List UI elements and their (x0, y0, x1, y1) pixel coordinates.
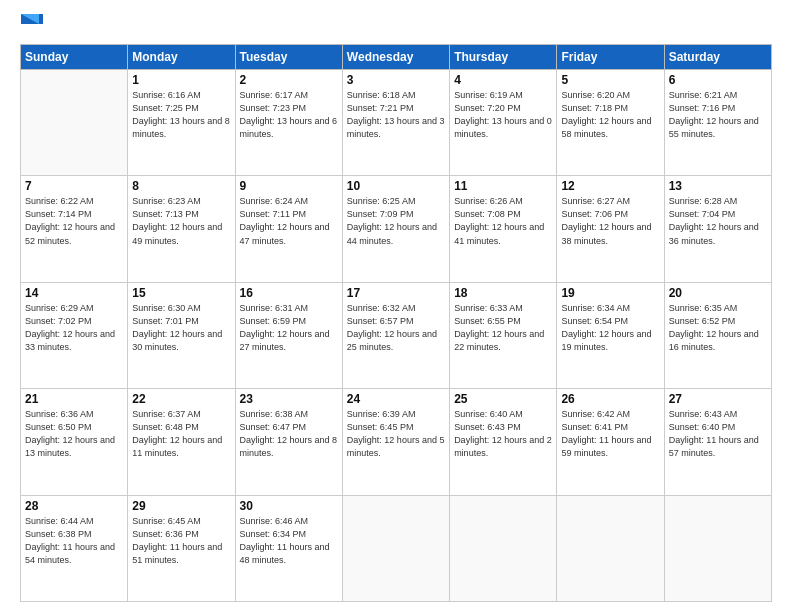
day-info: Sunrise: 6:21 AMSunset: 7:16 PMDaylight:… (669, 89, 767, 141)
day-info: Sunrise: 6:37 AMSunset: 6:48 PMDaylight:… (132, 408, 230, 460)
day-info: Sunrise: 6:27 AMSunset: 7:06 PMDaylight:… (561, 195, 659, 247)
day-info: Sunrise: 6:39 AMSunset: 6:45 PMDaylight:… (347, 408, 445, 460)
calendar-cell: 9Sunrise: 6:24 AMSunset: 7:11 PMDaylight… (235, 176, 342, 282)
weekday-header-saturday: Saturday (664, 45, 771, 70)
day-number: 7 (25, 179, 123, 193)
calendar-cell (664, 495, 771, 601)
calendar-cell: 10Sunrise: 6:25 AMSunset: 7:09 PMDayligh… (342, 176, 449, 282)
calendar-cell: 16Sunrise: 6:31 AMSunset: 6:59 PMDayligh… (235, 282, 342, 388)
calendar-cell (342, 495, 449, 601)
day-info: Sunrise: 6:22 AMSunset: 7:14 PMDaylight:… (25, 195, 123, 247)
calendar-cell: 4Sunrise: 6:19 AMSunset: 7:20 PMDaylight… (450, 70, 557, 176)
day-info: Sunrise: 6:42 AMSunset: 6:41 PMDaylight:… (561, 408, 659, 460)
day-number: 27 (669, 392, 767, 406)
day-number: 19 (561, 286, 659, 300)
day-number: 1 (132, 73, 230, 87)
calendar-cell: 29Sunrise: 6:45 AMSunset: 6:36 PMDayligh… (128, 495, 235, 601)
calendar-cell: 26Sunrise: 6:42 AMSunset: 6:41 PMDayligh… (557, 389, 664, 495)
day-number: 14 (25, 286, 123, 300)
day-number: 11 (454, 179, 552, 193)
day-number: 12 (561, 179, 659, 193)
calendar-cell: 12Sunrise: 6:27 AMSunset: 7:06 PMDayligh… (557, 176, 664, 282)
calendar-cell: 27Sunrise: 6:43 AMSunset: 6:40 PMDayligh… (664, 389, 771, 495)
day-info: Sunrise: 6:19 AMSunset: 7:20 PMDaylight:… (454, 89, 552, 141)
calendar-cell: 17Sunrise: 6:32 AMSunset: 6:57 PMDayligh… (342, 282, 449, 388)
week-row-4: 21Sunrise: 6:36 AMSunset: 6:50 PMDayligh… (21, 389, 772, 495)
calendar-cell: 14Sunrise: 6:29 AMSunset: 7:02 PMDayligh… (21, 282, 128, 388)
logo (20, 16, 43, 36)
day-number: 15 (132, 286, 230, 300)
day-info: Sunrise: 6:29 AMSunset: 7:02 PMDaylight:… (25, 302, 123, 354)
calendar-cell: 11Sunrise: 6:26 AMSunset: 7:08 PMDayligh… (450, 176, 557, 282)
weekday-header-sunday: Sunday (21, 45, 128, 70)
day-info: Sunrise: 6:36 AMSunset: 6:50 PMDaylight:… (25, 408, 123, 460)
weekday-header-thursday: Thursday (450, 45, 557, 70)
day-number: 6 (669, 73, 767, 87)
weekday-header-row: SundayMondayTuesdayWednesdayThursdayFrid… (21, 45, 772, 70)
calendar-cell (21, 70, 128, 176)
day-info: Sunrise: 6:44 AMSunset: 6:38 PMDaylight:… (25, 515, 123, 567)
calendar-cell: 2Sunrise: 6:17 AMSunset: 7:23 PMDaylight… (235, 70, 342, 176)
calendar-cell: 1Sunrise: 6:16 AMSunset: 7:25 PMDaylight… (128, 70, 235, 176)
calendar-cell: 8Sunrise: 6:23 AMSunset: 7:13 PMDaylight… (128, 176, 235, 282)
calendar-cell: 30Sunrise: 6:46 AMSunset: 6:34 PMDayligh… (235, 495, 342, 601)
day-number: 22 (132, 392, 230, 406)
day-number: 17 (347, 286, 445, 300)
calendar-cell (557, 495, 664, 601)
day-number: 30 (240, 499, 338, 513)
day-info: Sunrise: 6:40 AMSunset: 6:43 PMDaylight:… (454, 408, 552, 460)
day-number: 3 (347, 73, 445, 87)
day-info: Sunrise: 6:28 AMSunset: 7:04 PMDaylight:… (669, 195, 767, 247)
calendar: SundayMondayTuesdayWednesdayThursdayFrid… (20, 44, 772, 602)
weekday-header-wednesday: Wednesday (342, 45, 449, 70)
day-number: 25 (454, 392, 552, 406)
day-number: 10 (347, 179, 445, 193)
calendar-cell: 19Sunrise: 6:34 AMSunset: 6:54 PMDayligh… (557, 282, 664, 388)
calendar-cell: 6Sunrise: 6:21 AMSunset: 7:16 PMDaylight… (664, 70, 771, 176)
day-number: 23 (240, 392, 338, 406)
calendar-cell: 25Sunrise: 6:40 AMSunset: 6:43 PMDayligh… (450, 389, 557, 495)
day-number: 9 (240, 179, 338, 193)
day-info: Sunrise: 6:32 AMSunset: 6:57 PMDaylight:… (347, 302, 445, 354)
day-number: 28 (25, 499, 123, 513)
week-row-1: 1Sunrise: 6:16 AMSunset: 7:25 PMDaylight… (21, 70, 772, 176)
day-info: Sunrise: 6:35 AMSunset: 6:52 PMDaylight:… (669, 302, 767, 354)
header (20, 16, 772, 36)
day-info: Sunrise: 6:34 AMSunset: 6:54 PMDaylight:… (561, 302, 659, 354)
day-number: 8 (132, 179, 230, 193)
day-number: 13 (669, 179, 767, 193)
day-info: Sunrise: 6:16 AMSunset: 7:25 PMDaylight:… (132, 89, 230, 141)
calendar-cell: 22Sunrise: 6:37 AMSunset: 6:48 PMDayligh… (128, 389, 235, 495)
weekday-header-monday: Monday (128, 45, 235, 70)
calendar-cell: 28Sunrise: 6:44 AMSunset: 6:38 PMDayligh… (21, 495, 128, 601)
calendar-cell: 20Sunrise: 6:35 AMSunset: 6:52 PMDayligh… (664, 282, 771, 388)
day-info: Sunrise: 6:31 AMSunset: 6:59 PMDaylight:… (240, 302, 338, 354)
day-number: 5 (561, 73, 659, 87)
day-info: Sunrise: 6:25 AMSunset: 7:09 PMDaylight:… (347, 195, 445, 247)
day-number: 21 (25, 392, 123, 406)
calendar-cell: 5Sunrise: 6:20 AMSunset: 7:18 PMDaylight… (557, 70, 664, 176)
calendar-cell: 24Sunrise: 6:39 AMSunset: 6:45 PMDayligh… (342, 389, 449, 495)
day-info: Sunrise: 6:38 AMSunset: 6:47 PMDaylight:… (240, 408, 338, 460)
day-number: 2 (240, 73, 338, 87)
weekday-header-friday: Friday (557, 45, 664, 70)
day-info: Sunrise: 6:45 AMSunset: 6:36 PMDaylight:… (132, 515, 230, 567)
day-info: Sunrise: 6:33 AMSunset: 6:55 PMDaylight:… (454, 302, 552, 354)
day-number: 24 (347, 392, 445, 406)
day-number: 29 (132, 499, 230, 513)
day-info: Sunrise: 6:18 AMSunset: 7:21 PMDaylight:… (347, 89, 445, 141)
logo-flag-icon (21, 14, 43, 34)
day-info: Sunrise: 6:26 AMSunset: 7:08 PMDaylight:… (454, 195, 552, 247)
calendar-cell: 23Sunrise: 6:38 AMSunset: 6:47 PMDayligh… (235, 389, 342, 495)
day-info: Sunrise: 6:46 AMSunset: 6:34 PMDaylight:… (240, 515, 338, 567)
day-info: Sunrise: 6:30 AMSunset: 7:01 PMDaylight:… (132, 302, 230, 354)
day-info: Sunrise: 6:43 AMSunset: 6:40 PMDaylight:… (669, 408, 767, 460)
week-row-5: 28Sunrise: 6:44 AMSunset: 6:38 PMDayligh… (21, 495, 772, 601)
day-number: 20 (669, 286, 767, 300)
day-info: Sunrise: 6:17 AMSunset: 7:23 PMDaylight:… (240, 89, 338, 141)
week-row-2: 7Sunrise: 6:22 AMSunset: 7:14 PMDaylight… (21, 176, 772, 282)
calendar-cell: 21Sunrise: 6:36 AMSunset: 6:50 PMDayligh… (21, 389, 128, 495)
calendar-cell: 13Sunrise: 6:28 AMSunset: 7:04 PMDayligh… (664, 176, 771, 282)
day-info: Sunrise: 6:24 AMSunset: 7:11 PMDaylight:… (240, 195, 338, 247)
day-info: Sunrise: 6:20 AMSunset: 7:18 PMDaylight:… (561, 89, 659, 141)
